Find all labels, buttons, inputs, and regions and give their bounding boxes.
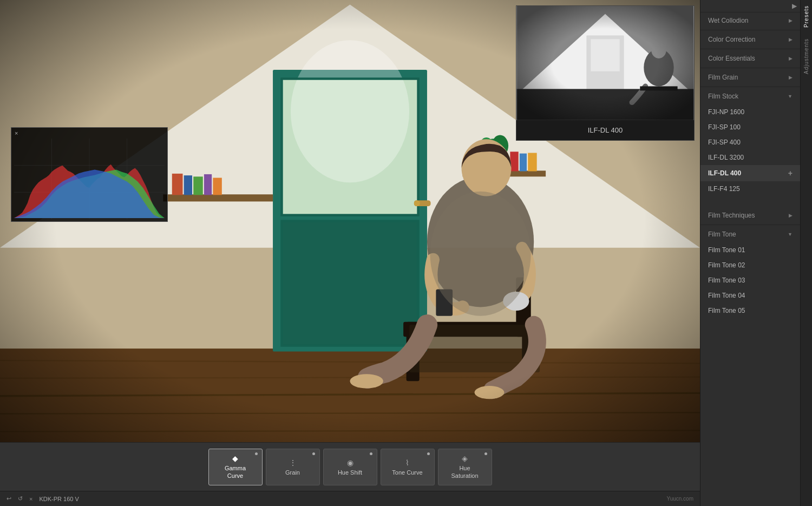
gamma-curve-label: GammaCurve <box>225 465 246 479</box>
close-status-icon[interactable]: × <box>29 496 32 502</box>
status-preset-name: KDK-PR 160 V <box>39 496 78 502</box>
histogram-chart <box>14 139 165 219</box>
film-techniques-header[interactable]: Film Techniques ▶ <box>700 207 800 224</box>
film-tone-05-label: Film Tone 05 <box>708 307 745 314</box>
ilf-dl-3200-label: ILF-DL 3200 <box>708 154 744 161</box>
tone-curve-dot <box>427 452 430 455</box>
hue-saturation-button[interactable]: ◈ HueSaturation <box>438 449 492 485</box>
photo-viewport: × <box>0 0 700 442</box>
film-tone-03-item[interactable]: Film Tone 03 <box>700 273 800 288</box>
preview-thumb-image <box>516 6 694 120</box>
hue-shift-dot <box>370 452 372 455</box>
divider-1 <box>700 30 800 30</box>
bottom-toolbar: ◆ GammaCurve ⋮ Grain ◉ Hue Shift ⌇ Tone … <box>0 442 700 491</box>
fji-sp-100-item[interactable]: FJI-SP 100 <box>700 120 800 135</box>
hue-sat-dot <box>484 452 487 455</box>
wet-collodion-header[interactable]: Wet Collodion ▶ <box>700 12 800 29</box>
wet-collodion-label: Wet Collodion <box>708 17 748 24</box>
ilf-dl-400-item[interactable]: ILF-DL 400 + <box>700 165 800 181</box>
color-correction-arrow: ▶ <box>789 37 793 42</box>
wet-collodion-arrow: ▶ <box>789 18 793 23</box>
main-area: × <box>0 0 812 506</box>
divider-4 <box>700 87 800 87</box>
film-stock-arrow: ▼ <box>788 94 793 99</box>
ilf-dl-400-label: ILF-DL 400 <box>708 169 741 177</box>
film-stock-label: Film Stock <box>708 93 738 100</box>
hue-shift-button[interactable]: ◉ Hue Shift <box>323 449 377 485</box>
hue-sat-label: HueSaturation <box>451 465 478 479</box>
film-techniques-arrow: ▶ <box>789 213 793 218</box>
film-tone-label: Film Tone <box>708 231 736 238</box>
film-grain-header[interactable]: Film Grain ▶ <box>700 69 800 86</box>
status-bar: ↩ ↺ × KDK-PR 160 V Yuucn.com <box>0 491 700 506</box>
vertical-tabs: Presets Adjustments <box>800 0 812 506</box>
film-tone-header[interactable]: Film Tone ▼ <box>700 226 800 242</box>
fji-sp-100-label: FJI-SP 100 <box>708 123 741 131</box>
grain-icon: ⋮ <box>289 458 297 467</box>
panel-scroll-area[interactable]: Wet Collodion ▶ Color Correction ▶ Color… <box>700 12 800 506</box>
ilf-dl-3200-item[interactable]: ILF-DL 3200 <box>700 150 800 165</box>
hue-shift-icon: ◉ <box>347 458 353 467</box>
film-tone-05-item[interactable]: Film Tone 05 <box>700 303 800 318</box>
tone-curve-icon: ⌇ <box>405 458 409 467</box>
grain-dot <box>312 452 315 455</box>
preview-thumb-label: ILF-DL 400 <box>516 120 694 140</box>
film-tone-04-label: Film Tone 04 <box>708 292 745 299</box>
color-essentials-header[interactable]: Color Essentials ▶ <box>700 50 800 67</box>
film-tone-02-label: Film Tone 02 <box>708 261 745 269</box>
fji-np-1600-item[interactable]: FJI-NP 1600 <box>700 104 800 120</box>
grain-label: Grain <box>285 469 300 476</box>
color-essentials-arrow: ▶ <box>789 56 793 61</box>
preview-thumbnail: ILF-DL 400 <box>516 5 695 141</box>
film-tone-02-item[interactable]: Film Tone 02 <box>700 258 800 273</box>
bw-preview-svg <box>516 6 694 120</box>
film-grain-label: Film Grain <box>708 74 738 81</box>
film-techniques-label: Film Techniques <box>708 212 755 219</box>
film-stock-header[interactable]: Film Stock ▼ <box>700 88 800 104</box>
divider-3 <box>700 68 800 68</box>
film-tone-01-label: Film Tone 01 <box>708 246 745 254</box>
divider-5 <box>700 225 800 225</box>
fji-sp-400-label: FJI-SP 400 <box>708 139 741 146</box>
film-tone-03-label: Film Tone 03 <box>708 277 745 284</box>
gamma-curve-button[interactable]: ◆ GammaCurve <box>208 449 263 485</box>
tool-active-dot <box>255 452 258 455</box>
svg-rect-58 <box>517 6 694 120</box>
hue-shift-label: Hue Shift <box>338 469 362 476</box>
film-tone-01-item[interactable]: Film Tone 01 <box>700 242 800 258</box>
undo-icon[interactable]: ↩ <box>6 495 11 502</box>
tone-curve-label: Tone Curve <box>392 469 422 476</box>
ilf-f4-125-item[interactable]: ILF-F4 125 <box>700 181 800 196</box>
color-correction-header[interactable]: Color Correction ▶ <box>700 31 800 48</box>
redo-icon[interactable]: ↺ <box>18 495 23 502</box>
tone-curve-button[interactable]: ⌇ Tone Curve <box>381 449 435 485</box>
ilf-dl-400-plus-button[interactable]: + <box>788 169 793 178</box>
color-correction-label: Color Correction <box>708 36 755 43</box>
adjustments-vtab[interactable]: Adjustments <box>801 33 811 80</box>
gamma-curve-icon: ◆ <box>232 454 238 463</box>
watermark: Yuucn.com <box>667 496 693 502</box>
ilf-f4-125-label: ILF-F4 125 <box>708 185 740 193</box>
histogram-panel: × <box>11 127 168 222</box>
film-grain-arrow: ▶ <box>789 75 793 80</box>
presets-vtab[interactable]: Presets <box>801 0 811 33</box>
fji-np-1600-label: FJI-NP 1600 <box>708 108 744 116</box>
grain-button[interactable]: ⋮ Grain <box>266 449 320 485</box>
main-photo: × <box>0 0 700 442</box>
film-tone-arrow: ▼ <box>788 232 793 237</box>
divider-2 <box>700 49 800 49</box>
histogram-close-button[interactable]: × <box>15 130 18 136</box>
panel-expand-arrow[interactable]: ▶ <box>792 2 797 10</box>
photo-area: × <box>0 0 700 506</box>
film-tone-04-item[interactable]: Film Tone 04 <box>700 288 800 303</box>
right-panel: ▶ Wet Collodion ▶ Color Correction ▶ Col… <box>700 0 800 506</box>
fji-sp-400-item[interactable]: FJI-SP 400 <box>700 135 800 150</box>
hue-sat-icon: ◈ <box>462 454 468 463</box>
color-essentials-label: Color Essentials <box>708 55 755 62</box>
